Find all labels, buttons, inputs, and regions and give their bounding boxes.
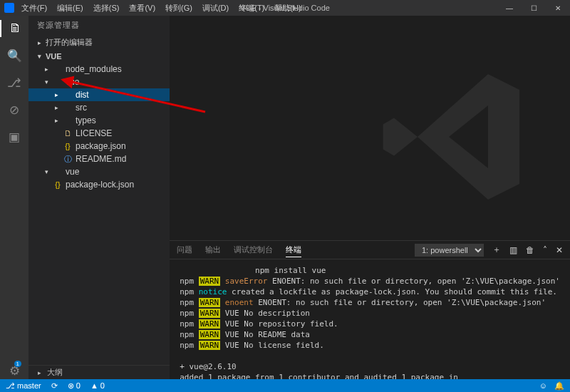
menu-item[interactable]: 调试(D) [202,3,229,14]
app-logo [4,3,14,13]
debug-icon[interactable]: ⊘ [6,101,23,118]
root-folder-section[interactable]: ▾VUE [28,50,170,63]
window-title: VUE - Visual Studio Code [240,4,330,12]
tree-item[interactable]: 🗋LICENSE [28,127,170,140]
panel-tab[interactable]: 调试控制台 [234,245,273,254]
activity-bar: 🗎 🔍 ⎇ ⊘ ▣ ⚙1 [0,16,28,379]
explorer-icon[interactable]: 🗎 [0,20,28,37]
sidebar: 资源管理器 ▸打开的编辑器 ▾VUE ▸node_modules▾vue▸dis… [28,16,170,379]
file-tree: ▸node_modules▾vue▸dist▸src▸types🗋LICENSE… [28,63,170,365]
tree-item[interactable]: ▸types [28,114,170,127]
notifications-icon[interactable]: 🔔 [554,381,564,391]
git-branch[interactable]: ⎇ master [6,381,41,391]
panel-tab[interactable]: 终端 [286,245,301,257]
tree-item[interactable]: ▸src [28,101,170,114]
sync-button[interactable]: ⟳ [51,381,58,391]
explorer-header: 资源管理器 [28,16,170,35]
panel-tabs: 问题输出调试控制台终端 1: powershell ＋ ▥ 🗑 ˄ ✕ [170,241,570,259]
menu-item[interactable]: 选择(S) [93,3,120,14]
split-terminal-icon[interactable]: ▥ [509,245,517,255]
tree-item[interactable]: ▾vue [28,165,170,178]
warnings-count[interactable]: ▲ 0 [90,381,105,390]
close-button[interactable]: ✕ [546,0,570,16]
errors-count[interactable]: ⊗ 0 [68,381,81,391]
kill-terminal-icon[interactable]: 🗑 [526,245,534,255]
git-icon[interactable]: ⎇ [6,74,23,91]
menu-item[interactable]: 查看(V) [129,3,155,14]
editor-area: 问题输出调试控制台终端 1: powershell ＋ ▥ 🗑 ˄ ✕ npm … [170,16,570,379]
bottom-panel: 问题输出调试控制台终端 1: powershell ＋ ▥ 🗑 ˄ ✕ npm … [170,240,570,379]
menu-item[interactable]: 文件(F) [21,3,47,14]
open-editors-section[interactable]: ▸打开的编辑器 [28,35,170,50]
menu-item[interactable]: 转到(G) [165,3,192,14]
tree-item[interactable]: {}package.json [28,140,170,153]
terminal-output[interactable]: npm install vuenpm WARN saveError ENOENT… [170,259,570,379]
close-panel-icon[interactable]: ✕ [556,245,563,255]
panel-tab[interactable]: 输出 [205,245,221,254]
settings-gear-icon[interactable]: ⚙1 [6,362,23,379]
editor-empty [170,16,570,240]
tree-item[interactable]: ▸dist [28,88,170,101]
feedback-icon[interactable]: ☺ [539,381,547,391]
terminal-selector[interactable]: 1: powershell [415,244,484,257]
extensions-icon[interactable]: ▣ [6,128,23,145]
title-bar: 文件(F)编辑(E)选择(S)查看(V)转到(G)调试(D)终端(T)帮助(H)… [0,0,570,16]
panel-tab[interactable]: 问题 [177,245,192,254]
new-terminal-icon[interactable]: ＋ [492,244,501,256]
tree-item[interactable]: {}package-lock.json [28,178,170,191]
minimize-button[interactable]: — [497,0,522,16]
status-bar: ⎇ master ⟳ ⊗ 0 ▲ 0 ☺ 🔔 [0,379,570,392]
vscode-watermark-icon [370,58,527,215]
tree-item[interactable]: ▾vue [28,76,170,88]
search-icon[interactable]: 🔍 [6,47,23,64]
maximize-button[interactable]: ☐ [522,0,546,16]
outline-section[interactable]: ▸大纲 [28,365,170,379]
maximize-panel-icon[interactable]: ˄ [543,245,547,255]
menu-item[interactable]: 编辑(E) [57,3,83,14]
tree-item[interactable]: ▸node_modules [28,63,170,76]
tree-item[interactable]: ⓘREADME.md [28,153,170,165]
